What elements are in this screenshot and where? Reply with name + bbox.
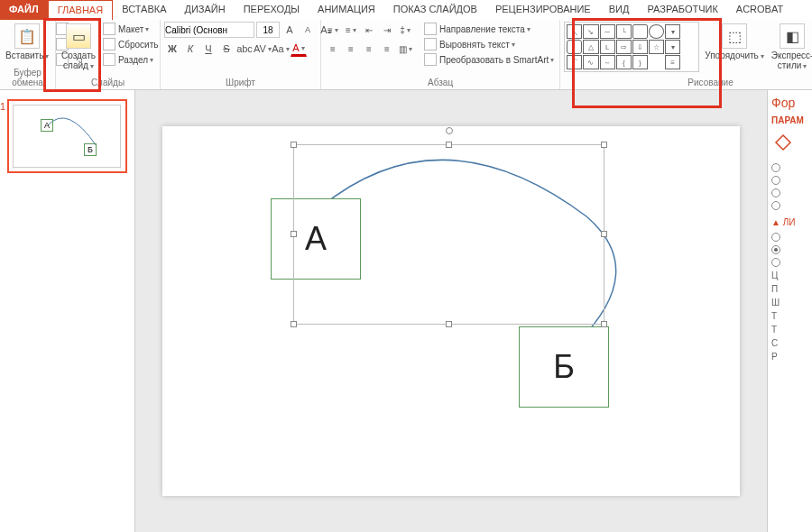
case-button[interactable]: Aa: [272, 41, 289, 57]
fill-tab-icon[interactable]: [771, 131, 795, 154]
option-radio[interactable]: [771, 243, 808, 256]
shape-line2-icon[interactable]: ─: [600, 24, 615, 39]
slide-canvas[interactable]: А Б: [135, 90, 767, 532]
tab-slideshow[interactable]: ПОКАЗ СЛАЙДОВ: [384, 0, 486, 20]
strike-button[interactable]: S: [218, 41, 235, 57]
numbers-button[interactable]: ≡: [343, 22, 359, 38]
resize-handle[interactable]: [291, 321, 297, 327]
font-name-input[interactable]: [164, 22, 254, 38]
resize-handle[interactable]: [446, 321, 452, 327]
tab-insert[interactable]: ВСТАВКА: [113, 0, 175, 20]
shape-curve2-icon[interactable]: ∿: [583, 55, 598, 69]
tab-animation[interactable]: АНИМАЦИЯ: [309, 0, 384, 20]
arrange-button[interactable]: ⬚ Упорядочить: [703, 22, 766, 63]
line-section-label[interactable]: ▲ ЛИ: [771, 217, 808, 227]
option-radio[interactable]: [771, 231, 808, 243]
bold-button[interactable]: Ж: [164, 41, 180, 57]
pane-field[interactable]: Ц: [771, 269, 808, 282]
text-direction-button[interactable]: Направление текста: [422, 22, 556, 36]
smartart-icon: [424, 53, 437, 66]
shape-more2-icon[interactable]: ▾: [665, 40, 680, 54]
new-slide-button[interactable]: ▭ Создать слайд: [60, 22, 97, 73]
selection-box[interactable]: [293, 144, 604, 325]
font-color-button[interactable]: A: [291, 41, 307, 57]
pane-field[interactable]: Р: [771, 350, 808, 363]
indent-button[interactable]: ⇥: [379, 22, 395, 38]
shape-oval-icon[interactable]: [649, 24, 664, 39]
tab-view[interactable]: ВИД: [600, 0, 639, 20]
tab-home[interactable]: ГЛАВНАЯ: [48, 0, 113, 20]
align-right-button[interactable]: ≡: [361, 41, 377, 57]
pane-field[interactable]: Т: [771, 323, 808, 336]
pane-field[interactable]: Ш: [771, 296, 808, 309]
resize-handle[interactable]: [291, 231, 297, 237]
resize-handle[interactable]: [601, 321, 607, 327]
shape-arrow-icon[interactable]: ↘: [583, 24, 598, 39]
tab-design[interactable]: ДИЗАЙН: [175, 0, 234, 20]
underline-button[interactable]: Ч: [200, 41, 217, 57]
group-clipboard: 📋 Вставить Буфер обмена: [0, 20, 56, 89]
shape-line-icon[interactable]: ＼: [567, 24, 582, 39]
shapes-gallery[interactable]: ＼ ↘ ─ └ ▾ △ L ⇨ ⇩ ☆ ▾ ⌒ ∿ ～ { }: [564, 22, 699, 72]
pane-field[interactable]: П: [771, 282, 808, 296]
shape-more1-icon[interactable]: ▾: [665, 24, 680, 39]
font-size-input[interactable]: [256, 22, 280, 38]
layout-button[interactable]: Макет: [101, 22, 160, 36]
shape-curve1-icon[interactable]: ⌒: [567, 55, 582, 69]
shrink-font-button[interactable]: A: [300, 22, 316, 38]
smartart-button[interactable]: Преобразовать в SmartArt: [422, 52, 556, 67]
shape-triangle-icon[interactable]: △: [583, 40, 598, 54]
shape-brace2-icon[interactable]: }: [632, 55, 648, 69]
resize-handle[interactable]: [601, 142, 607, 148]
option-radio[interactable]: [771, 161, 808, 174]
align-center-button[interactable]: ≡: [343, 41, 359, 57]
align-left-button[interactable]: ≡: [325, 41, 341, 57]
shape-box-b[interactable]: Б: [519, 326, 609, 408]
paste-icon: 📋: [14, 23, 40, 49]
option-radio[interactable]: [771, 187, 808, 199]
resize-handle[interactable]: [446, 142, 452, 148]
shape-star-icon[interactable]: ☆: [649, 40, 664, 54]
shape-curve3-icon[interactable]: ～: [600, 55, 615, 69]
resize-handle[interactable]: [291, 142, 297, 148]
align-text-button[interactable]: Выровнять текст: [422, 37, 556, 51]
resize-handle[interactable]: [601, 231, 607, 237]
dedent-button[interactable]: ⇤: [361, 22, 377, 38]
grow-font-button[interactable]: A: [281, 22, 298, 38]
bullets-button[interactable]: ≡: [325, 22, 341, 38]
pane-field[interactable]: Т: [771, 309, 808, 323]
ribbon-tabs: ФАЙЛ ГЛАВНАЯ ВСТАВКА ДИЗАЙН ПЕРЕХОДЫ АНИ…: [0, 0, 812, 20]
shape-brace1-icon[interactable]: {: [616, 55, 632, 69]
italic-button[interactable]: К: [182, 41, 198, 57]
shape-expand-icon[interactable]: ≡: [665, 55, 680, 69]
justify-button[interactable]: ≡: [379, 41, 395, 57]
line-spacing-button[interactable]: ‡: [397, 22, 413, 38]
shape-roundrect-icon[interactable]: [567, 40, 582, 54]
tab-file[interactable]: ФАЙЛ: [0, 0, 48, 20]
format-pane-tab[interactable]: ПАРАМ: [771, 115, 808, 125]
shape-arrow2-icon[interactable]: ⇨: [616, 40, 632, 54]
option-radio[interactable]: [771, 174, 808, 187]
pane-field[interactable]: С: [771, 336, 808, 350]
shape-arrow3-icon[interactable]: ⇩: [632, 40, 648, 54]
slide-thumbnail-1[interactable]: 1 А Б: [7, 99, 127, 173]
section-button[interactable]: Раздел: [101, 52, 160, 67]
spacing-button[interactable]: AV: [254, 41, 271, 57]
columns-button[interactable]: ▥: [397, 41, 413, 57]
shape-l-icon[interactable]: L: [600, 40, 615, 54]
arrange-icon: ⬚: [722, 23, 747, 49]
tab-acrobat[interactable]: ACROBAT: [727, 0, 792, 20]
group-paragraph-label: Абзац: [325, 78, 556, 87]
option-radio[interactable]: [771, 256, 808, 269]
quick-styles-button[interactable]: ◧ Экспресс- стили: [770, 22, 812, 73]
shadow-button[interactable]: abc: [236, 41, 253, 57]
shape-rect-icon[interactable]: [632, 24, 648, 39]
rotate-handle[interactable]: [446, 127, 453, 134]
tab-review[interactable]: РЕЦЕНЗИРОВАНИЕ: [486, 0, 600, 20]
reset-button[interactable]: Сбросить: [101, 37, 160, 51]
tab-transitions[interactable]: ПЕРЕХОДЫ: [235, 0, 309, 20]
paste-button[interactable]: 📋 Вставить: [4, 22, 51, 63]
shape-connector-icon[interactable]: └: [616, 24, 632, 39]
option-radio[interactable]: [771, 199, 808, 212]
tab-developer[interactable]: РАЗРАБОТЧИК: [638, 0, 726, 20]
